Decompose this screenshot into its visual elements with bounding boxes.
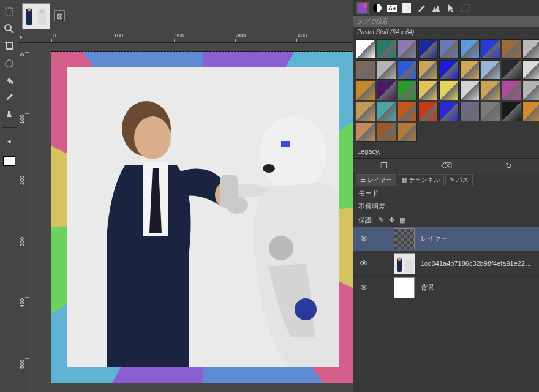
- pattern-swatch[interactable]: [356, 102, 375, 121]
- tab-dashed-icon[interactable]: [459, 2, 472, 14]
- svg-rect-30: [405, 259, 413, 273]
- tab-gradients[interactable]: [371, 2, 384, 14]
- svg-point-9: [40, 9, 45, 13]
- delete-icon[interactable]: ⌫: [441, 161, 452, 170]
- pattern-swatch[interactable]: [356, 39, 375, 59]
- pattern-swatch[interactable]: [418, 102, 438, 121]
- layer-name[interactable]: レイヤー: [421, 234, 534, 243]
- image-tabbar: ⊠: [18, 0, 353, 32]
- pattern-swatch[interactable]: [460, 81, 480, 100]
- tool-bucket[interactable]: [2, 74, 16, 87]
- pattern-swatch[interactable]: [502, 81, 521, 100]
- pattern-swatch[interactable]: [481, 81, 500, 100]
- svg-point-7: [28, 7, 31, 11]
- pattern-swatch[interactable]: [398, 81, 417, 100]
- pattern-swatch[interactable]: [439, 102, 459, 121]
- tab-channels[interactable]: ▦チャンネル: [398, 174, 444, 186]
- pattern-swatch[interactable]: [418, 81, 438, 100]
- pattern-swatch[interactable]: [418, 39, 438, 59]
- pattern-swatch[interactable]: [481, 60, 500, 80]
- pattern-swatch[interactable]: [502, 39, 521, 59]
- pattern-swatch[interactable]: [377, 123, 396, 142]
- layer-row[interactable]: 👁背景: [353, 276, 539, 300]
- pattern-swatch[interactable]: [356, 123, 375, 142]
- lock-alpha-icon[interactable]: ▩: [399, 216, 405, 224]
- pattern-swatch[interactable]: [398, 102, 417, 121]
- pattern-swatch[interactable]: [398, 60, 417, 80]
- tab-histogram-icon[interactable]: [429, 2, 443, 14]
- blend-mode-row[interactable]: モード: [353, 186, 539, 200]
- pattern-search[interactable]: タグで検索: [353, 16, 539, 27]
- pattern-swatch[interactable]: [522, 39, 539, 59]
- pattern-swatch[interactable]: [522, 60, 539, 80]
- canvas[interactable]: [51, 52, 353, 383]
- tab-doc-icon[interactable]: [400, 2, 413, 14]
- layer-dock-tabs: ☰レイヤー ▦チャンネル ✎パス: [353, 173, 539, 186]
- pattern-swatch[interactable]: [522, 102, 539, 121]
- layer-name[interactable]: 1cd041a4b7186c32b98f4efa91e222c4_: [421, 260, 534, 267]
- tab-brush-icon[interactable]: [415, 2, 428, 14]
- pattern-swatch[interactable]: [418, 60, 438, 80]
- tool-clone[interactable]: [2, 108, 16, 121]
- lock-move-icon[interactable]: ✥: [389, 216, 394, 224]
- pattern-swatch[interactable]: [481, 39, 500, 59]
- opacity-row[interactable]: 不透明度: [353, 200, 539, 213]
- pattern-swatch[interactable]: [502, 102, 521, 121]
- lock-row: 保護: ✎ ✥ ▩: [353, 213, 539, 227]
- pattern-swatch[interactable]: [460, 102, 480, 121]
- image-tab-thumbnail[interactable]: [22, 3, 50, 29]
- visibility-toggle[interactable]: 👁: [358, 283, 369, 293]
- svg-point-3: [11, 81, 13, 84]
- ruler-horizontal[interactable]: 0100200300400: [29, 32, 353, 43]
- pattern-swatch[interactable]: [522, 81, 539, 100]
- channels-icon: ▦: [402, 176, 407, 183]
- pattern-actions: ❐ ⌫ ↻: [353, 158, 539, 173]
- selection-marquee: [51, 52, 353, 383]
- visibility-toggle[interactable]: 👁: [358, 234, 369, 244]
- pattern-swatch[interactable]: [377, 81, 396, 100]
- svg-point-29: [398, 257, 401, 261]
- tab-paths[interactable]: ✎パス: [445, 174, 473, 186]
- pattern-swatch[interactable]: [439, 60, 459, 80]
- fg-color-swatch[interactable]: [3, 156, 15, 166]
- pattern-swatch[interactable]: [356, 81, 375, 100]
- pattern-swatch[interactable]: [439, 81, 459, 100]
- pattern-swatch[interactable]: [356, 60, 375, 80]
- layer-name[interactable]: 背景: [421, 283, 534, 292]
- layer-row[interactable]: 👁1cd041a4b7186c32b98f4efa91e222c4_: [353, 251, 539, 276]
- tab-pointer-icon[interactable]: [444, 2, 458, 14]
- pattern-swatch[interactable]: [377, 102, 396, 121]
- duplicate-icon[interactable]: ❐: [380, 161, 388, 170]
- pattern-swatch[interactable]: [481, 102, 500, 121]
- visibility-toggle[interactable]: 👁: [358, 258, 369, 268]
- pattern-swatch[interactable]: [377, 39, 396, 59]
- tool-zoom[interactable]: [2, 22, 16, 36]
- tool-transform[interactable]: [2, 56, 16, 70]
- svg-rect-0: [6, 8, 13, 15]
- ruler-vertical[interactable]: 0100200300400500: [18, 43, 29, 392]
- layer-row[interactable]: 👁レイヤー: [353, 227, 539, 251]
- layer-thumbnail: [394, 277, 415, 298]
- tool-rect-select[interactable]: [2, 5, 16, 18]
- pattern-swatch[interactable]: [377, 60, 396, 80]
- refresh-icon[interactable]: ↻: [505, 161, 512, 170]
- pattern-swatch[interactable]: [398, 39, 417, 59]
- ruler-origin[interactable]: ▸: [18, 32, 29, 43]
- lock-paint-icon[interactable]: ✎: [379, 216, 384, 224]
- canvas-area[interactable]: [29, 43, 353, 392]
- pattern-swatch[interactable]: [398, 123, 417, 142]
- pattern-grid: [353, 37, 539, 145]
- tool-brush[interactable]: [2, 91, 16, 104]
- pattern-swatch[interactable]: [439, 39, 459, 59]
- pattern-swatch[interactable]: [460, 60, 480, 80]
- svg-point-1: [5, 24, 11, 31]
- pattern-swatch[interactable]: [502, 60, 521, 80]
- layer-list: 👁レイヤー👁1cd041a4b7186c32b98f4efa91e222c4_👁…: [353, 227, 539, 392]
- tab-fonts[interactable]: Aa: [385, 2, 399, 14]
- tab-patterns[interactable]: [356, 2, 369, 14]
- pattern-swatch[interactable]: [460, 39, 480, 59]
- tool-crop[interactable]: [2, 39, 16, 53]
- tool-chevron-icon[interactable]: ◂: [2, 134, 16, 148]
- tab-layers[interactable]: ☰レイヤー: [356, 174, 396, 186]
- close-image-button[interactable]: ⊠: [54, 10, 65, 21]
